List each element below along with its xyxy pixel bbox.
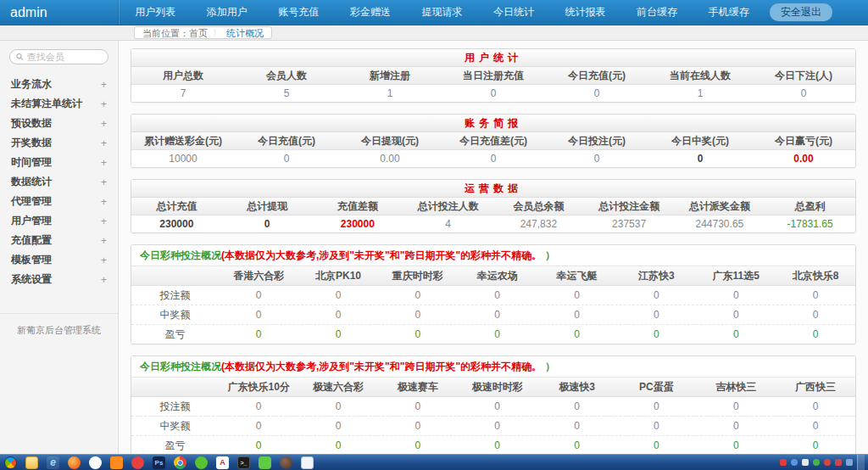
table-row: 7510010 bbox=[131, 85, 855, 102]
breadcrumb-location: 当前位置：首页 bbox=[142, 27, 208, 39]
top-nav-item[interactable]: 添加用户 bbox=[207, 5, 248, 20]
bet-value: 0 bbox=[458, 397, 537, 416]
column-header: 今日中奖(元) bbox=[648, 132, 752, 149]
user-app-icon[interactable] bbox=[280, 456, 292, 469]
expand-plus-icon[interactable]: + bbox=[101, 196, 107, 208]
lottery-column-header: 幸运农场 bbox=[458, 266, 537, 285]
panel-user-stats: 用户统计 用户总数会员人数新增注册当日注册充值今日充值(元)当前在线人数今日下注… bbox=[131, 48, 856, 103]
firefox-icon[interactable] bbox=[68, 456, 81, 469]
stat-value-profit: -17831.65 bbox=[765, 215, 855, 232]
breadcrumb-current[interactable]: 统计概况 bbox=[226, 27, 264, 39]
expand-plus-icon[interactable]: + bbox=[101, 274, 107, 286]
top-nav-item[interactable]: 统计报表 bbox=[565, 5, 606, 20]
win-value: 0 bbox=[537, 305, 617, 324]
sidebar-menu-item[interactable]: 系统设置 + bbox=[0, 270, 118, 289]
top-nav-item[interactable]: 提现请求 bbox=[421, 5, 462, 20]
expand-plus-icon[interactable]: + bbox=[101, 157, 107, 169]
table-row: 230000 0 230000 4 247,832 237537 244730.… bbox=[131, 215, 855, 232]
breadcrumb-separator-icon: 〉 bbox=[213, 27, 221, 39]
sidebar-menu-item[interactable]: 预设数据 + bbox=[0, 114, 118, 133]
win-value: 0 bbox=[616, 305, 696, 324]
expand-plus-icon[interactable]: + bbox=[101, 137, 107, 149]
notepad-icon[interactable] bbox=[301, 456, 314, 469]
expand-plus-icon[interactable]: + bbox=[101, 118, 107, 130]
sogou-icon[interactable] bbox=[131, 456, 144, 469]
expand-plus-icon[interactable]: + bbox=[101, 79, 107, 91]
panel-title-close: ） bbox=[545, 249, 555, 261]
tray-network-icon[interactable] bbox=[846, 459, 853, 466]
expand-plus-icon[interactable]: + bbox=[101, 255, 107, 266]
sidebar-menu-item[interactable]: 充值配置 + bbox=[0, 231, 118, 250]
lottery-column-header: 重庆时时彩 bbox=[378, 266, 458, 285]
stat-value: 4 bbox=[403, 215, 493, 232]
explorer-icon[interactable] bbox=[25, 456, 38, 469]
sidebar-menu-item[interactable]: 未结算注单统计 + bbox=[0, 94, 118, 114]
win-value: 0 bbox=[219, 305, 298, 324]
stat-value: 0 bbox=[545, 150, 648, 167]
search-input[interactable] bbox=[27, 52, 102, 62]
expand-plus-icon[interactable]: + bbox=[101, 176, 107, 188]
main-content: 用户统计 用户总数会员人数新增注册当日注册充值今日充值(元)当前在线人数今日下注… bbox=[119, 41, 868, 454]
sidebar-menu-item[interactable]: 数据统计 + bbox=[0, 172, 118, 192]
expand-plus-icon[interactable]: + bbox=[101, 235, 107, 247]
tray-clip-icon[interactable] bbox=[802, 459, 809, 466]
column-header: 总计提现 bbox=[222, 198, 313, 215]
top-nav-item[interactable]: 手机缓存 bbox=[709, 5, 749, 20]
start-button[interactable] bbox=[4, 456, 17, 469]
360-safe-icon[interactable] bbox=[89, 456, 102, 469]
tray-sogou-icon[interactable] bbox=[780, 459, 787, 466]
sidebar-menu-item[interactable]: 模板管理 + bbox=[0, 250, 118, 270]
sidebar-menu-label: 系统设置 bbox=[11, 272, 52, 287]
lottery-column-header: 极速时时彩 bbox=[458, 378, 537, 396]
win-value: 0 bbox=[776, 417, 855, 435]
win-value: 0 bbox=[458, 305, 537, 324]
chrome-icon[interactable] bbox=[174, 456, 186, 469]
row-label: 投注额 bbox=[131, 397, 219, 416]
column-header: 累计赠送彩金(元) bbox=[131, 132, 235, 149]
photoshop-icon[interactable]: Ps bbox=[153, 456, 165, 469]
top-nav-item[interactable]: 彩金赠送 bbox=[350, 5, 391, 20]
member-search[interactable] bbox=[9, 49, 108, 64]
tray-red-status-icon[interactable] bbox=[824, 459, 831, 466]
tray-alert-icon[interactable] bbox=[835, 459, 842, 466]
row-label: 盈亏 bbox=[131, 436, 219, 454]
corner-cell bbox=[131, 266, 219, 285]
top-nav-item[interactable]: 账号充值 bbox=[278, 5, 319, 20]
media-player-icon[interactable] bbox=[195, 456, 208, 469]
column-header: 会员总余额 bbox=[493, 198, 584, 215]
row-label: 中奖额 bbox=[131, 417, 219, 435]
sidebar-menu-item[interactable]: 用户管理 + bbox=[0, 211, 118, 231]
panel-title-note: (本数据仅为大数参考,涉及到"未开奖"和"跨日期开奖"的彩种并不精确。 bbox=[221, 249, 542, 261]
expand-plus-icon[interactable]: + bbox=[101, 215, 107, 227]
row-label: 盈亏 bbox=[131, 325, 219, 344]
2345-browser-icon[interactable] bbox=[110, 456, 123, 469]
sidebar-menu-item[interactable]: 开奖数据 + bbox=[0, 133, 118, 153]
wechat-icon[interactable] bbox=[259, 456, 271, 469]
top-nav-item[interactable]: 今日统计 bbox=[493, 5, 534, 20]
column-header: 总计投注金额 bbox=[584, 198, 675, 215]
lottery-column-header: PC蛋蛋 bbox=[616, 378, 696, 396]
top-nav-item[interactable]: 前台缓存 bbox=[637, 5, 677, 20]
tray-help-icon[interactable] bbox=[791, 459, 798, 466]
bet-value: 0 bbox=[537, 397, 617, 416]
bet-value: 0 bbox=[616, 397, 696, 416]
sidebar-menu-item[interactable]: 时间管理 + bbox=[0, 153, 118, 172]
font-tool-icon[interactable]: A bbox=[216, 456, 229, 469]
sidebar-menu-item[interactable]: 代理管理 + bbox=[0, 192, 118, 211]
internet-explorer-icon[interactable]: e bbox=[47, 456, 59, 469]
top-nav-item[interactable]: 用户列表 bbox=[135, 5, 175, 20]
stat-value: 7 bbox=[131, 85, 235, 102]
column-header: 今日赢亏(元) bbox=[752, 132, 855, 149]
show-desktop-button[interactable] bbox=[857, 455, 865, 470]
lottery-column-header: 极速赛车 bbox=[378, 378, 458, 396]
column-header: 今日投注(元) bbox=[545, 132, 648, 149]
bet-value: 0 bbox=[616, 286, 696, 305]
sidebar-menu-item[interactable]: 业务流水 + bbox=[0, 75, 118, 94]
terminal-icon[interactable]: >_ bbox=[237, 456, 250, 469]
lottery-column-header: 广西快三 bbox=[776, 378, 855, 396]
bet-value: 0 bbox=[219, 397, 298, 416]
logout-button[interactable]: 安全退出 bbox=[770, 3, 832, 21]
stat-value: 0 bbox=[222, 215, 313, 232]
expand-plus-icon[interactable]: + bbox=[101, 98, 107, 110]
tray-green-status-icon[interactable] bbox=[813, 459, 820, 466]
